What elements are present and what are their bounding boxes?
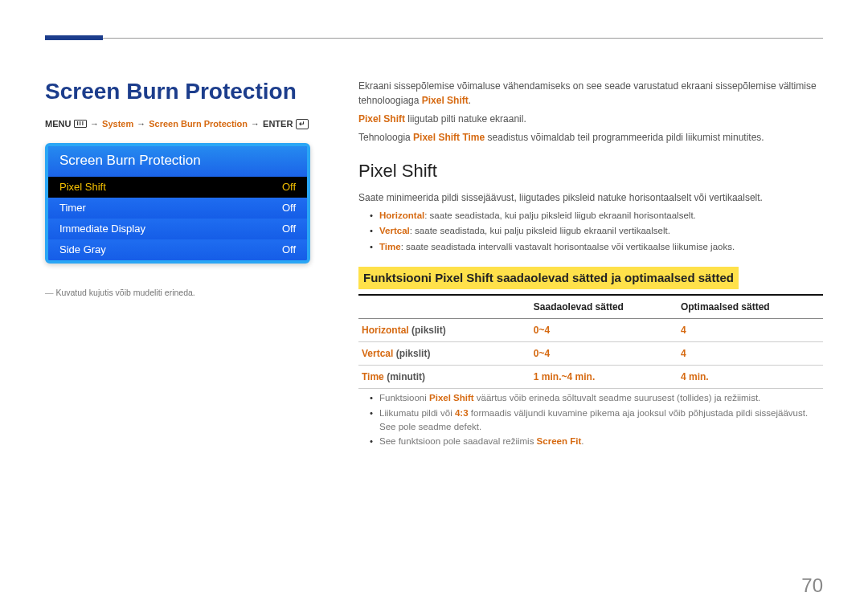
osd-row-value: Off <box>282 202 296 214</box>
breadcrumb-arrow: → <box>137 119 145 129</box>
table-header-optimal: Optimaalsed sätted <box>678 295 823 319</box>
osd-row-value: Off <box>282 223 296 235</box>
osd-caption: Kuvatud kujutis võib mudeliti erineda. <box>45 288 195 297</box>
osd-row-immediate-display[interactable]: Immediate Display Off <box>48 219 307 239</box>
header-rule <box>103 38 823 39</box>
section-lead: Saate minimeerida pildi sissejäävust, li… <box>358 190 823 205</box>
breadcrumb-arrow: → <box>90 119 99 129</box>
section-bullet-list: Horizontal: saate seadistada, kui palju … <box>358 209 823 254</box>
header-accent <box>45 35 103 40</box>
page-number: 70 <box>801 574 823 597</box>
osd-row-label: Side Gray <box>59 243 106 255</box>
term-pixel-shift: Pixel Shift <box>422 95 469 106</box>
sub-heading-highlight: Funktsiooni Pixel Shift saadaolevad sätt… <box>358 267 739 290</box>
breadcrumb-system: System <box>102 119 133 129</box>
term-pixel-shift: Pixel Shift <box>358 113 405 125</box>
section-heading-pixel-shift: Pixel Shift <box>358 157 823 184</box>
osd-row-value: Off <box>282 243 296 255</box>
breadcrumb-enter: ENTER <box>263 119 293 129</box>
enter-icon: ↵ <box>296 119 309 129</box>
table-header-available: Saadaolevad sätted <box>530 295 678 319</box>
osd-title: Screen Burn Protection <box>48 146 307 177</box>
term-pixel-shift-time: Pixel Shift Time <box>413 132 485 143</box>
intro-para-1: Ekraani sissepõlemise võimaluse vähendam… <box>358 79 823 108</box>
footnote: See funktsioon pole saadaval režiimis Sc… <box>358 435 823 448</box>
intro-para-3: Tehnoloogia Pixel Shift Time seadistus v… <box>358 130 823 145</box>
breadcrumb: MENU III → System → Screen Burn Protecti… <box>45 119 309 129</box>
table-header-empty <box>358 295 530 319</box>
table-row: Horizontal (pikslit) 0~4 4 <box>358 319 823 342</box>
osd-menu: Screen Burn Protection Pixel Shift Off T… <box>45 143 310 264</box>
osd-row-timer[interactable]: Timer Off <box>48 198 307 219</box>
osd-row-value: Off <box>282 181 296 193</box>
settings-table: Saadaolevad sätted Optimaalsed sätted Ho… <box>358 294 823 389</box>
osd-row-label: Pixel Shift <box>59 181 106 193</box>
footnotes: Funktsiooni Pixel Shift väärtus võib eri… <box>358 391 823 448</box>
osd-row-label: Timer <box>59 202 86 214</box>
menu-icon: III <box>74 120 87 128</box>
table-row: Vertcal (pikslit) 0~4 4 <box>358 342 823 366</box>
content-column: Ekraani sissepõlemise võimaluse vähendam… <box>358 79 823 458</box>
osd-row-label: Immediate Display <box>59 223 145 235</box>
list-item: Vertcal: saate seadistada, kui palju pik… <box>358 224 823 238</box>
list-item: Horizontal: saate seadistada, kui palju … <box>358 209 823 223</box>
table-row: Time (minutit) 1 min.~4 min. 4 min. <box>358 366 823 389</box>
breadcrumb-sbp: Screen Burn Protection <box>149 119 248 129</box>
osd-row-side-gray[interactable]: Side Gray Off <box>48 239 307 260</box>
intro-para-2: Pixel Shift liigutab pilti natuke ekraan… <box>358 112 823 126</box>
list-item: Time: saate seadistada intervalli vastav… <box>358 240 823 254</box>
breadcrumb-arrow: → <box>251 119 260 129</box>
footnote: Funktsiooni Pixel Shift väärtus võib eri… <box>358 391 823 405</box>
breadcrumb-menu: MENU <box>45 119 71 129</box>
osd-row-pixel-shift[interactable]: Pixel Shift Off <box>48 177 307 198</box>
footnote: Liikumatu pildi või 4:3 formaadis väljun… <box>358 407 823 433</box>
page-title: Screen Burn Protection <box>45 79 297 104</box>
